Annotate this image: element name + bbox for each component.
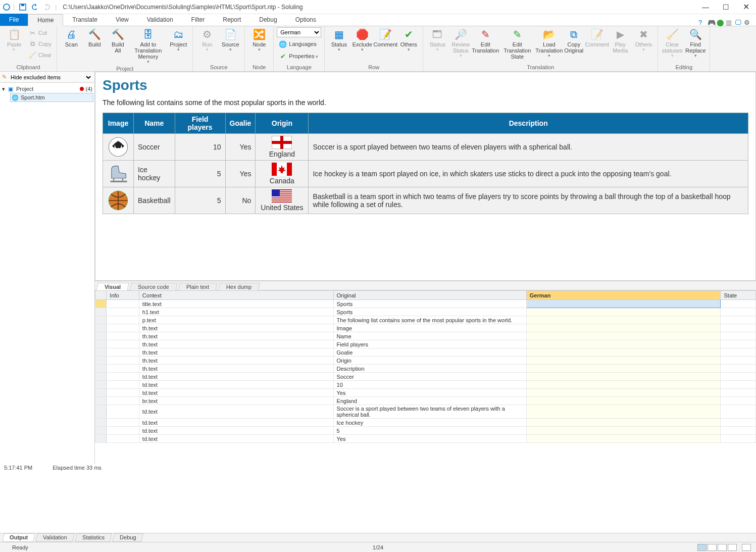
grid-header-original[interactable]: Original — [333, 291, 526, 300]
trans-status-button[interactable]: 🗔Status — [426, 27, 448, 54]
tab-home[interactable]: Home — [28, 14, 63, 26]
grid-row[interactable]: th.textGoalie — [95, 348, 756, 357]
grid-row[interactable]: td.textSoccer — [95, 373, 756, 381]
grid-row[interactable]: td.textYes — [95, 389, 756, 397]
svg-rect-20 — [272, 196, 292, 197]
tab-file[interactable]: File — [0, 14, 28, 26]
gear-icon[interactable]: ⚙ — [744, 19, 751, 26]
translation-grid[interactable]: Info Context Original German State title… — [95, 290, 756, 443]
out-tab-debug[interactable]: Debug — [112, 533, 143, 542]
redo-icon[interactable] — [42, 2, 52, 12]
run-button[interactable]: ⚙Run — [196, 27, 218, 54]
build-all-button[interactable]: 🔨Build All — [107, 27, 129, 54]
pin-icon[interactable]: ⬤ — [717, 19, 724, 26]
close-button[interactable]: ✕ — [736, 0, 756, 14]
node-button[interactable]: 🔀Node — [248, 27, 270, 54]
btab-hex[interactable]: Hex dump — [218, 283, 260, 290]
undo-icon[interactable] — [30, 2, 40, 12]
languages-button[interactable]: 🌐Languages — [277, 38, 321, 49]
grid-row[interactable]: th.textName — [95, 332, 756, 340]
svg-rect-14 — [287, 163, 292, 176]
tab-report[interactable]: Report — [214, 14, 250, 26]
trans-others-button[interactable]: ✖Others — [632, 27, 654, 54]
btab-source[interactable]: Source code — [130, 283, 178, 290]
edit-trans-state-button[interactable]: ✎Edit Translation State — [499, 27, 535, 60]
grid-row[interactable]: th.textOrigin — [95, 357, 756, 365]
tree-project-root[interactable]: ▾ ▣ Project (4) — [1, 85, 93, 93]
grid-row[interactable]: td.text10 — [95, 381, 756, 389]
tab-filter[interactable]: Filter — [182, 14, 214, 26]
help-icon[interactable]: ? — [698, 19, 705, 26]
copy-button[interactable]: ⧉Copy — [26, 38, 54, 49]
cut-button[interactable]: ✂Cut — [26, 27, 54, 38]
app-icon — [3, 4, 10, 11]
clear-button[interactable]: 🧹Clear — [26, 49, 54, 61]
exclude-button[interactable]: 🛑Exclude — [351, 27, 373, 54]
btab-plain[interactable]: Plain text — [178, 283, 217, 290]
time-bar: 5:17:41 PM Elapsed time 33 ms — [0, 464, 756, 472]
view-mode-2[interactable] — [708, 544, 717, 551]
minimize-button[interactable]: — — [695, 0, 716, 14]
controller-icon[interactable]: 🎮 — [708, 19, 715, 26]
tab-view[interactable]: View — [107, 14, 138, 26]
grid-row[interactable]: th.textField players — [95, 340, 756, 348]
source-button[interactable]: 📄Source — [219, 27, 241, 54]
grid-row[interactable]: td.textYes — [95, 435, 756, 443]
grid-row[interactable]: title.textSports — [95, 300, 756, 308]
table-row: Basketball 5 No United States Basketball… — [103, 187, 748, 214]
ribbon-group-translation: 🗔Status 🔎Review Status ✎Edit Translation… — [423, 26, 658, 71]
grid-row[interactable]: th.textImage — [95, 324, 756, 332]
paste-button[interactable]: 📋Paste — [3, 27, 25, 54]
grid-header-state[interactable]: State — [721, 291, 756, 300]
grid-row[interactable]: h1.textSports — [95, 308, 756, 316]
view-mode-1[interactable] — [697, 544, 707, 551]
play-media-button[interactable]: ▶Play Media — [609, 27, 631, 54]
copy-original-button[interactable]: ⧉Copy Original — [563, 27, 585, 54]
view-mode-3[interactable] — [718, 544, 727, 551]
filter-select[interactable]: Hide excluded items — [9, 74, 92, 81]
grid-row[interactable]: td.textSoccer is a sport played between … — [95, 405, 756, 419]
view-mode-4[interactable] — [728, 544, 737, 551]
maximize-button[interactable]: ☐ — [716, 0, 736, 14]
tree-file-sport[interactable]: 🌐 Sport.htm — [10, 93, 93, 102]
grid-header-context[interactable]: Context — [139, 291, 333, 300]
project-button[interactable]: 🗂Project — [167, 27, 189, 54]
row-comment-button[interactable]: 📝Comment — [374, 27, 396, 54]
view-mode-5[interactable] — [742, 544, 751, 551]
out-tab-statistics[interactable]: Statistics — [75, 533, 112, 542]
load-translation-button[interactable]: 📂Load Translation — [536, 27, 562, 59]
ribbon-group-project: 🖨Scan 🔨Build 🔨Build All 🗄Add to Translat… — [57, 26, 193, 71]
trans-comment-button[interactable]: 📝Comment — [586, 27, 608, 54]
grid-row[interactable]: p.textThe following list contains some o… — [95, 316, 756, 324]
tab-options[interactable]: Options — [286, 14, 325, 26]
row-status-button[interactable]: ▦Status — [328, 27, 350, 54]
grid-header-info[interactable]: Info — [107, 291, 139, 300]
tab-validation[interactable]: Validation — [138, 14, 182, 26]
grid-row[interactable]: td.text5 — [95, 427, 756, 435]
grid-header-german[interactable]: German — [526, 291, 721, 300]
find-replace-button[interactable]: 🔍Find Replace — [684, 27, 707, 59]
usa-flag-icon — [272, 189, 292, 203]
monitor-icon[interactable]: 🖵 — [735, 19, 742, 26]
out-tab-output[interactable]: Output — [2, 533, 35, 542]
build-button[interactable]: 🔨Build — [83, 27, 106, 54]
out-tab-validation[interactable]: Validation — [35, 533, 74, 542]
edit-translation-button[interactable]: ✎Edit Translation — [473, 27, 498, 54]
clear-statuses-button[interactable]: 🧹Clear statuses — [661, 27, 683, 59]
save-icon[interactable] — [18, 2, 28, 12]
row-others-button[interactable]: ✔Others — [397, 27, 420, 54]
review-status-button[interactable]: 🔎Review Status — [449, 27, 472, 59]
scan-button[interactable]: 🖨Scan — [60, 27, 82, 54]
grid-row[interactable]: br.textEngland — [95, 397, 756, 405]
globe-icon: 🌐 — [12, 94, 19, 101]
window-title: C:\Users\Jaakko\OneDrive\Documents\Solul… — [63, 4, 303, 11]
add-to-tm-button[interactable]: 🗄Add to Translation Memory — [130, 27, 166, 65]
grid-row[interactable]: td.textIce hockey — [95, 419, 756, 427]
properties-button[interactable]: ✔Properties — [277, 51, 321, 62]
tab-translate[interactable]: Translate — [63, 14, 107, 26]
grid-row[interactable]: th.textDescription — [95, 365, 756, 373]
palette-icon[interactable]: ▥ — [726, 19, 733, 26]
language-select[interactable]: German — [277, 27, 321, 37]
btab-visual[interactable]: Visual — [96, 283, 129, 290]
tab-debug[interactable]: Debug — [250, 14, 286, 26]
